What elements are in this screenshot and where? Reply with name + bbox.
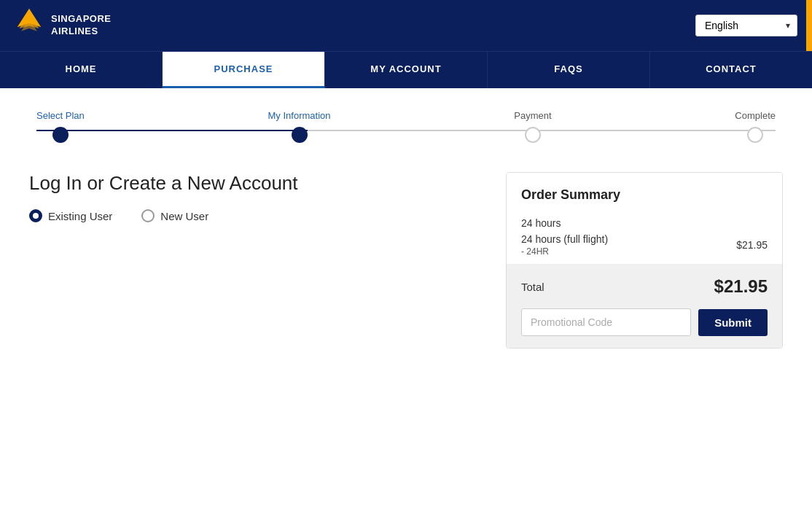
order-item-row: 24 hours (full flight) - 24HR $21.95 (521, 233, 768, 257)
step-complete: Complete (735, 110, 776, 143)
language-select-container: English 中文 日本語 한국어 Deutsch Français (695, 15, 797, 36)
left-panel: Log In or Create a New Account Existing … (29, 172, 477, 222)
step-my-information-circle (292, 127, 308, 143)
new-user-radio (141, 209, 155, 222)
submit-button[interactable]: Submit (698, 309, 768, 336)
airline-name-line1: SINGAPORE (51, 13, 112, 26)
airline-name: SINGAPORE AIRLINES (51, 13, 112, 38)
user-type-radio-group: Existing User New User (29, 209, 477, 222)
new-user-option[interactable]: New User (141, 209, 208, 222)
header: SINGAPORE AIRLINES English 中文 日本語 한국어 De… (0, 0, 812, 51)
nav-faqs[interactable]: FAQS (488, 52, 650, 88)
order-detail: 24 hours 24 hours (full flight) - 24HR $… (507, 210, 782, 265)
order-plan-name: 24 hours (521, 217, 768, 229)
language-selector-wrap: English 中文 日本語 한국어 Deutsch Français (695, 15, 797, 36)
nav-contact[interactable]: CONTACT (650, 52, 812, 88)
nav-my-account[interactable]: MY ACCOUNT (325, 52, 488, 88)
orange-accent-bar (806, 0, 812, 51)
step-payment-circle (525, 127, 541, 143)
order-summary-header: Order Summary (507, 173, 782, 210)
nav-home[interactable]: HOME (0, 52, 163, 88)
main-content: Select Plan My Information Payment Compl… (0, 88, 812, 370)
order-summary-panel: Order Summary 24 hours 24 hours (full fl… (506, 172, 783, 348)
step-select-plan-label: Select Plan (36, 110, 85, 121)
order-summary-title: Order Summary (521, 187, 768, 203)
nav-purchase[interactable]: PURCHASE (163, 52, 325, 88)
promo-row: Submit (521, 308, 768, 336)
order-item-price: $21.95 (736, 239, 768, 251)
login-heading: Log In or Create a New Account (29, 172, 477, 195)
new-user-label: New User (160, 210, 208, 222)
step-select-plan: Select Plan (36, 110, 85, 143)
order-item-name: 24 hours (full flight) - 24HR (521, 233, 608, 257)
step-my-information-label: My Information (268, 110, 331, 121)
step-payment-label: Payment (514, 110, 551, 121)
promo-code-input[interactable] (521, 308, 691, 336)
step-complete-label: Complete (735, 110, 776, 121)
logo-area: SINGAPORE AIRLINES (15, 7, 112, 44)
existing-user-label: Existing User (48, 210, 112, 222)
step-select-plan-circle (52, 127, 69, 143)
order-item-tag: - 24HR (521, 246, 608, 257)
step-complete-circle (747, 127, 763, 143)
airline-name-line2: AIRLINES (51, 26, 112, 38)
airline-logo-icon (15, 7, 44, 44)
total-amount: $21.95 (714, 276, 768, 297)
total-row: Total $21.95 (521, 276, 768, 297)
order-item-name-text: 24 hours (full flight) (521, 233, 608, 245)
existing-user-radio-inner (33, 213, 39, 219)
total-label: Total (521, 281, 544, 293)
existing-user-radio (29, 209, 42, 222)
stepper: Select Plan My Information Payment Compl… (29, 110, 783, 143)
order-total-section: Total $21.95 Submit (507, 265, 782, 348)
main-nav: HOME PURCHASE MY ACCOUNT FAQS CONTACT (0, 51, 812, 88)
step-payment: Payment (514, 110, 551, 143)
existing-user-option[interactable]: Existing User (29, 209, 112, 222)
content-area: Log In or Create a New Account Existing … (29, 172, 783, 348)
step-my-information: My Information (268, 110, 331, 143)
language-select[interactable]: English 中文 日本語 한국어 Deutsch Français (695, 15, 797, 36)
